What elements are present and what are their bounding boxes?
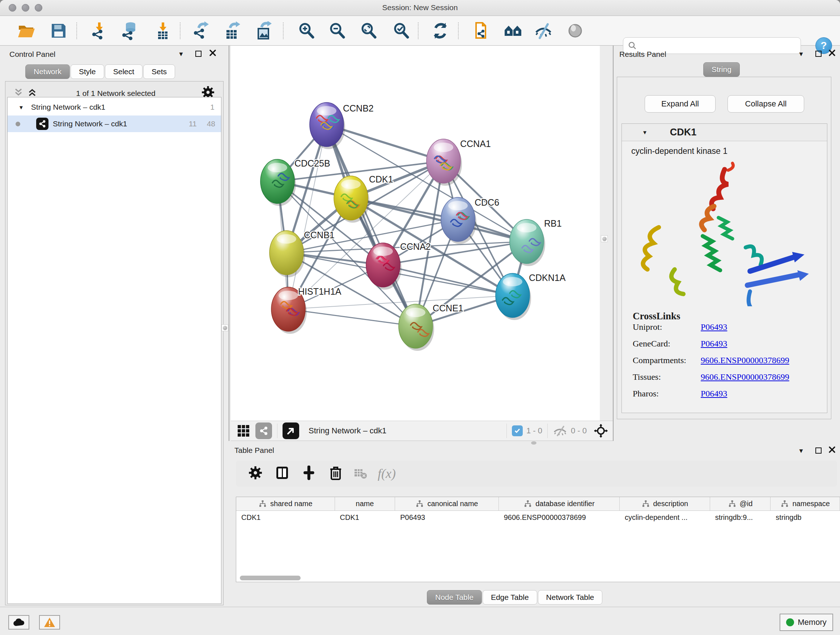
splitter-handle[interactable] <box>601 235 608 242</box>
node-label-CCNB2: CCNB2 <box>343 103 374 113</box>
cloud-status-button[interactable] <box>8 615 29 630</box>
table-cell[interactable]: stringdb:9... <box>710 511 771 524</box>
selected-nodes-checkbox-icon[interactable] <box>512 425 523 436</box>
export-image-icon[interactable] <box>254 21 274 41</box>
select-columns-icon[interactable] <box>275 466 289 481</box>
node-highlight <box>279 291 298 300</box>
collapse-triangle-icon[interactable]: ▼ <box>642 129 647 135</box>
protein-name: CDK1 <box>670 127 697 138</box>
column-header-description[interactable]: description <box>620 497 710 510</box>
tab-sets[interactable]: Sets <box>143 65 175 79</box>
node-label-CCNA2: CCNA2 <box>400 241 431 252</box>
search-icon <box>628 41 637 50</box>
collapse-all-button[interactable]: Collapse All <box>728 95 804 112</box>
crosslink-row: GeneCard:P06493 <box>633 339 821 356</box>
export-network-icon[interactable] <box>191 21 211 41</box>
control-panel-menu-icon[interactable]: ▼ <box>178 51 184 58</box>
tab-edge-table[interactable]: Edge Table <box>483 590 537 605</box>
collection-label: String Network – cdk1 <box>31 103 105 111</box>
show-all-eye-icon[interactable] <box>565 21 585 41</box>
column-header-name[interactable]: name <box>335 497 395 510</box>
network-canvas[interactable]: CCNB2CCNA1CDC25BCDK1CDC6RB1CCNB1CCNA2CDK… <box>231 46 600 421</box>
splitter-handle[interactable] <box>221 325 228 331</box>
table-panel-menu-icon[interactable]: ▼ <box>798 448 804 455</box>
string-import-icon[interactable] <box>472 21 492 41</box>
network-collection-row[interactable]: ▼ String Network – cdk1 1 <box>8 99 221 116</box>
table-gear-icon[interactable] <box>248 466 263 481</box>
table-cell[interactable]: stringdb <box>771 511 840 524</box>
table-panel-float-icon[interactable] <box>815 448 821 454</box>
column-header-canonical-name[interactable]: canonical name <box>395 497 499 510</box>
network-edge[interactable] <box>288 309 416 326</box>
birds-eye-view-icon[interactable] <box>283 423 299 439</box>
apply-layout-icon[interactable] <box>430 21 450 41</box>
column-header-database-identifier[interactable]: database identifier <box>499 497 620 510</box>
table-panel-close-icon[interactable] <box>829 446 836 455</box>
table-body: CDK1CDK1P064939606.ENSP00000378699cyclin… <box>236 511 840 524</box>
node-highlight <box>406 308 425 317</box>
zoom-fit-icon[interactable] <box>358 21 379 41</box>
toolbar-separator <box>418 22 418 39</box>
network-view-icon[interactable] <box>256 423 272 439</box>
results-panel-float-icon[interactable] <box>815 51 821 57</box>
control-panel-float-icon[interactable] <box>195 51 202 57</box>
panel-divider[interactable] <box>229 46 229 441</box>
crosslink-link[interactable]: P06493 <box>701 322 727 339</box>
crosslink-link[interactable]: 9606.ENSP00000378699 <box>701 356 789 372</box>
table-cell[interactable]: CDK1 <box>236 511 335 524</box>
fit-content-crosshair-icon[interactable] <box>592 423 609 439</box>
tab-node-table[interactable]: Node Table <box>427 590 482 605</box>
warning-status-button[interactable] <box>39 615 60 630</box>
network-tree: ▼ String Network – cdk1 1 String Network… <box>7 97 221 604</box>
open-session-icon[interactable] <box>16 21 36 41</box>
table-cell[interactable]: 9606.ENSP00000378699 <box>499 511 620 524</box>
zoom-selected-icon[interactable] <box>391 21 411 41</box>
collapse-triangle-icon[interactable]: ▼ <box>19 104 24 111</box>
save-session-icon[interactable] <box>49 21 69 41</box>
grid-view-icon[interactable] <box>235 423 252 439</box>
column-header-shared-name[interactable]: shared name <box>236 497 335 510</box>
import-network-from-database-icon[interactable] <box>120 21 140 41</box>
network-edge[interactable] <box>288 125 327 309</box>
memory-button[interactable]: Memory <box>780 614 833 631</box>
crosslink-link[interactable]: P06493 <box>701 389 727 405</box>
table-tabs: Node TableEdge TableNetwork Table <box>427 590 603 605</box>
column-header-@id[interactable]: @id <box>710 497 771 510</box>
zoom-out-icon[interactable] <box>327 21 347 41</box>
table-cell[interactable]: P06493 <box>395 511 499 524</box>
delete-column-trash-icon[interactable] <box>328 466 343 481</box>
panel-divider[interactable] <box>613 46 614 441</box>
results-panel-menu-icon[interactable]: ▼ <box>798 51 804 58</box>
import-table-from-file-icon[interactable] <box>153 21 173 41</box>
column-header-namespace[interactable]: namespace <box>771 497 840 510</box>
add-column-icon[interactable] <box>302 466 316 481</box>
tab-select[interactable]: Select <box>105 65 142 79</box>
network-row[interactable]: String Network – cdk1 11 48 <box>8 116 221 132</box>
export-table-icon[interactable] <box>222 21 242 41</box>
search-input[interactable] <box>637 41 793 50</box>
crosslink-link[interactable]: 9606.ENSP00000378699 <box>701 372 789 389</box>
string-home-icon[interactable] <box>503 21 523 41</box>
splitter-dot[interactable] <box>531 441 537 445</box>
crosslink-label: GeneCard: <box>633 339 701 356</box>
table-row[interactable]: CDK1CDK1P064939606.ENSP00000378699cyclin… <box>236 511 840 524</box>
table-panel-title: Table Panel <box>234 446 274 455</box>
results-panel-close-icon[interactable] <box>829 49 836 58</box>
tab-network-table[interactable]: Network Table <box>538 590 603 605</box>
tab-style[interactable]: Style <box>71 65 104 79</box>
table-cell[interactable]: cyclin-dependent ... <box>620 511 710 524</box>
node-highlight <box>448 201 468 211</box>
protein-card-header[interactable]: ▼ CDK1 <box>622 124 827 141</box>
crosslink-link[interactable]: P06493 <box>701 339 727 356</box>
node-label-CCNB1: CCNB1 <box>304 230 335 240</box>
horizontal-scrollbar[interactable] <box>240 576 301 580</box>
control-panel-close-icon[interactable] <box>209 49 216 58</box>
expand-all-button[interactable]: Expand All <box>645 95 715 112</box>
import-network-from-file-icon[interactable] <box>89 21 109 41</box>
hide-selected-eye-icon[interactable] <box>533 21 554 41</box>
zoom-in-icon[interactable] <box>296 21 317 41</box>
tab-string[interactable]: String <box>703 62 740 77</box>
table-cell[interactable]: CDK1 <box>335 511 395 524</box>
tab-network[interactable]: Network <box>25 65 70 79</box>
hidden-items-eye-icon[interactable] <box>553 425 567 436</box>
